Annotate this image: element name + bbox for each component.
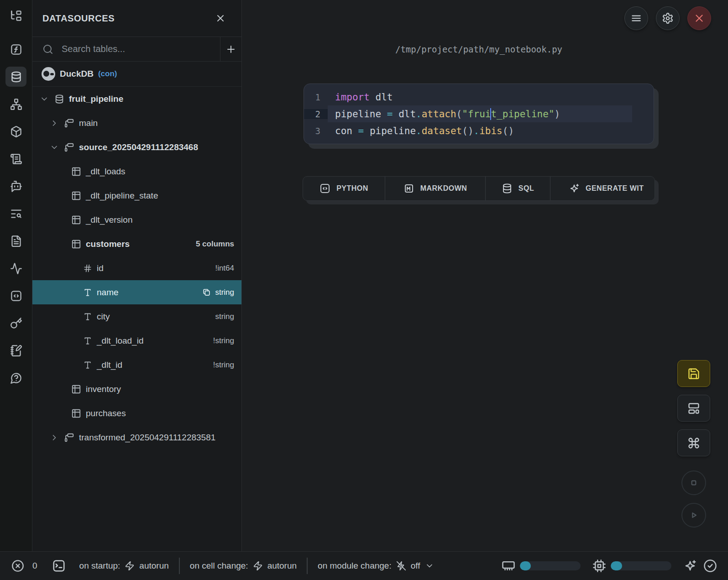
add-python-cell-button[interactable]: PYTHON — [303, 177, 385, 200]
chevron-right-icon[interactable] — [50, 119, 60, 128]
rail-item-dependencies[interactable] — [5, 94, 26, 114]
tree-item-customers[interactable]: customers5 columns — [32, 232, 241, 256]
rail-item-functions[interactable] — [5, 39, 26, 59]
table-icon — [71, 384, 81, 394]
add-datasource-button[interactable] — [220, 37, 241, 61]
column-type: 5 columns — [196, 240, 234, 249]
tree-item-label: main — [79, 118, 98, 128]
function-square-icon — [10, 43, 22, 56]
datasources-panel-header: DATASOURCES — [32, 0, 241, 37]
tree-item-duckdb[interactable]: DuckDB(con) — [32, 62, 241, 87]
check-circle-icon[interactable] — [703, 559, 717, 573]
rail-item-outline[interactable] — [5, 149, 26, 169]
terminal-button[interactable] — [52, 559, 66, 573]
tree-item-label: transformed_202504291112283581 — [79, 433, 215, 443]
rail-item-datasources[interactable] — [5, 67, 26, 87]
rail-item-snippets[interactable] — [5, 286, 26, 306]
code-token — [364, 125, 370, 136]
rail-item-file-tree[interactable] — [5, 5, 26, 26]
layout-mode-button[interactable] — [677, 395, 710, 422]
tree-item-_dlt_loads[interactable]: _dlt_loads — [32, 159, 241, 183]
tree-item-id[interactable]: id!int64 — [32, 256, 241, 280]
errors-indicator[interactable]: 0 — [11, 559, 37, 572]
database-icon — [54, 94, 64, 104]
chevron-right-icon[interactable] — [50, 433, 60, 442]
code-line-3[interactable]: 3con = pipeline.dataset().ibis() — [304, 122, 654, 139]
rail-item-ai-chat[interactable] — [5, 176, 26, 196]
list-search-icon — [10, 208, 22, 220]
rail-item-secrets[interactable] — [5, 313, 26, 333]
toggle-value: autorun — [139, 561, 168, 571]
code-token: ) — [555, 109, 560, 120]
chevron-down-icon[interactable] — [50, 143, 60, 152]
key-icon — [10, 317, 22, 329]
chevron-down-icon[interactable] — [40, 94, 50, 104]
code-cell[interactable]: 1import dlt2pipeline = dlt.attach("fruit… — [304, 84, 654, 144]
scroll-text-icon — [10, 153, 22, 165]
column-type: !string — [213, 361, 234, 370]
add-sql-cell-button[interactable]: SQL — [486, 177, 550, 200]
rail-item-scratchpad[interactable] — [5, 340, 26, 361]
tree-item-_dlt_version[interactable]: _dlt_version — [32, 208, 241, 232]
panel-title: DATASOURCES — [42, 13, 115, 24]
tree-item-fruit_pipeline[interactable]: fruit_pipeline — [32, 87, 241, 111]
code-token — [381, 109, 387, 120]
close-app-button[interactable] — [687, 6, 711, 30]
tree-item-transformed_202504291112283581[interactable]: transformed_202504291112283581 — [32, 425, 241, 449]
zap-icon — [125, 561, 135, 571]
menu-button[interactable] — [624, 6, 648, 30]
rail-item-logs[interactable] — [5, 204, 26, 224]
type-icon — [83, 361, 92, 370]
rail-item-tracing[interactable] — [5, 258, 26, 278]
tree-item-purchases[interactable]: purchases — [32, 401, 241, 425]
memory-usage-meter — [520, 561, 581, 570]
cpu-usage-meter-fill — [611, 561, 622, 570]
tree-item-_dlt_id[interactable]: _dlt_id!string — [32, 353, 241, 377]
duckdb-logo-icon — [42, 67, 55, 81]
stop-kernel-button[interactable] — [681, 470, 706, 495]
tree-item-label: id — [97, 263, 104, 273]
cell-button-label: GENERATE WIT — [586, 184, 644, 193]
code-token: . — [416, 125, 422, 136]
tree-item-label: source_202504291112283468 — [79, 142, 198, 152]
code-line-2[interactable]: 2pipeline = dlt.attach("fruit_pipeline") — [304, 105, 654, 122]
code-token: ( — [456, 109, 462, 120]
hash-icon — [83, 264, 92, 273]
run-cells-button[interactable] — [681, 503, 706, 528]
top-right-toolbar — [624, 6, 711, 30]
rail-item-documentation[interactable] — [5, 231, 26, 251]
error-count: 0 — [32, 561, 37, 571]
tree-item-name[interactable]: namestring — [32, 280, 241, 304]
panel-close-button[interactable] — [215, 13, 226, 24]
table-icon — [71, 215, 81, 225]
save-notebook-button[interactable] — [677, 360, 710, 387]
code-line-1[interactable]: 1import dlt — [304, 89, 654, 105]
tree-item-_dlt_pipeline_state[interactable]: _dlt_pipeline_state — [32, 183, 241, 208]
add-cell-button-group: PYTHONMARKDOWNSQLGENERATE WIT — [303, 176, 655, 201]
tree-item-inventory[interactable]: inventory — [32, 377, 241, 401]
tree-item-main[interactable]: main — [32, 111, 241, 135]
code-square-icon — [319, 183, 330, 194]
on-cell-change-toggle[interactable]: on cell change:autorun — [190, 561, 297, 571]
on-module-change-toggle[interactable]: on module change:off — [318, 561, 434, 571]
schema-icon — [64, 118, 74, 128]
search-tables-input[interactable]: Search tables... — [32, 37, 220, 61]
keyboard-shortcuts-button[interactable] — [677, 429, 710, 456]
add-markdown-cell-button[interactable]: MARKDOWN — [385, 177, 486, 200]
rail-item-help[interactable] — [5, 368, 26, 388]
on-startup-toggle[interactable]: on startup:autorun — [79, 561, 169, 571]
table-icon — [71, 239, 81, 249]
sparkles-icon[interactable] — [683, 559, 697, 573]
tree-item-source_202504291112283468[interactable]: source_202504291112283468 — [32, 135, 241, 159]
generate-with-ai-button[interactable]: GENERATE WIT — [550, 177, 655, 200]
tree-item-_dlt_load_id[interactable]: _dlt_load_id!string — [32, 329, 241, 353]
code-token: dlt — [376, 92, 393, 103]
database-icon — [502, 183, 513, 194]
activity-icon — [10, 262, 22, 275]
copy-icon[interactable] — [202, 288, 211, 297]
toggle-label: on module change: — [318, 561, 392, 571]
tree-item-city[interactable]: citystring — [32, 304, 241, 329]
rail-item-packages[interactable] — [5, 121, 26, 141]
type-icon — [83, 336, 92, 345]
settings-button[interactable] — [656, 6, 680, 30]
